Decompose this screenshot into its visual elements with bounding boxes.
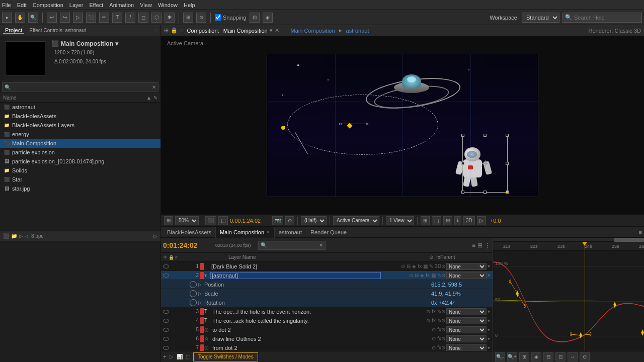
col-sort-icon[interactable]: ▲	[146, 95, 151, 101]
layer-2-adjust[interactable]: ✎	[437, 273, 441, 278]
vc-view-select[interactable]: 1 View	[386, 216, 414, 225]
layer-5-color[interactable]	[200, 326, 204, 333]
bezier-control-1[interactable]	[339, 123, 342, 125]
layer-4-shy[interactable]: ⊙	[426, 318, 430, 323]
layer-7-vis[interactable]	[162, 346, 170, 350]
lh-search-input[interactable]	[268, 242, 318, 248]
layer-2-collapse[interactable]: ⊟	[415, 273, 419, 278]
layer-4-parent-arrow[interactable]: ▾	[488, 318, 490, 323]
lh-search-clear[interactable]: ✕	[319, 242, 323, 248]
tl-footer-lin[interactable]: ⊡	[555, 352, 566, 361]
file-item-blackholesassets[interactable]: 📁 BlackHolesAssets	[0, 112, 160, 121]
menu-layer[interactable]: Layer	[69, 2, 84, 8]
comp-arrow-icon[interactable]: ▾	[115, 40, 118, 47]
tl-footer-zoom-in[interactable]: 🔍+	[507, 352, 517, 361]
layer-3-parent-arrow[interactable]: ▾	[488, 309, 490, 314]
lh-btn-1[interactable]: ≡	[472, 242, 475, 249]
layer-6-color[interactable]	[200, 335, 204, 342]
project-search-input[interactable]	[12, 84, 150, 90]
layer-row-5[interactable]: 5 ◎ to dot 2 ⊙ fx ⊙ None ▾	[161, 325, 493, 334]
layer-2-fx[interactable]: fx	[426, 273, 430, 278]
playhead[interactable]	[585, 242, 585, 250]
layer-3-vis[interactable]	[162, 310, 170, 314]
vc-pixel-btn[interactable]: ⬚	[218, 216, 228, 225]
layer-6-vis[interactable]	[162, 337, 170, 341]
layer-3-edit[interactable]: ✎	[437, 309, 441, 314]
layer-1-color[interactable]	[200, 263, 204, 270]
comp-tab-main[interactable]: Composition:	[185, 28, 221, 34]
file-item-particle-png[interactable]: 🖼 particle explosion_[01208-01474].png	[0, 157, 160, 166]
new-item-btn[interactable]: ▷	[19, 233, 23, 239]
lh-timecode[interactable]: 0:01:24:02	[163, 241, 213, 249]
sel-handle-rc[interactable]	[506, 162, 509, 165]
workspace-select[interactable]: Standard	[522, 13, 559, 23]
layer-2-name[interactable]: [astronaut]	[210, 272, 381, 279]
sel-handle-br[interactable]	[506, 191, 509, 194]
subprop-rot-expand[interactable]: ▷	[198, 300, 204, 305]
layer-3-shy[interactable]: ⊙	[426, 309, 430, 314]
comp-tab-main-name[interactable]: Main Composition	[223, 28, 268, 34]
layer-6-shy[interactable]: ⊙	[432, 336, 436, 341]
layer-row-6[interactable]: 6 ☆ draw line Outlines 2 ⊙ fx ⊙ None	[161, 334, 493, 343]
lh-btn-2[interactable]: ⊞	[477, 242, 482, 249]
menu-edit[interactable]: Edit	[17, 2, 27, 8]
layer-1-parent-select[interactable]: None	[446, 263, 487, 270]
sel-handle-lc[interactable]	[461, 162, 464, 165]
toggle-switches-modes[interactable]: Toggle Switches / Modes	[193, 352, 258, 361]
vc-render-btn[interactable]: ▷	[477, 216, 486, 225]
new-folder-btn[interactable]: 📁	[11, 233, 17, 239]
layer-4-vis[interactable]	[162, 319, 170, 323]
vc-quality-select[interactable]: (Half)	[301, 216, 327, 225]
undo-btn[interactable]: ↩	[47, 13, 57, 23]
tl-footer-snap[interactable]: ⊙	[580, 352, 590, 361]
menu-file[interactable]: File	[2, 2, 11, 8]
vc-zoom-select[interactable]: 50%	[175, 216, 199, 225]
comp-tab-close-icon[interactable]: ✕	[275, 27, 279, 34]
keyframe-1[interactable]	[281, 126, 285, 130]
layer-1-collapse[interactable]: ⊟	[407, 263, 411, 269]
layer-row-1[interactable]: 1 [Dark Blue Solid 2] ⊙ ⊟ ◈ fx ▦ ✎	[161, 262, 493, 271]
layer-1-fx[interactable]: fx	[418, 263, 422, 269]
lp-new-layer[interactable]: +	[163, 353, 167, 360]
layer-4-parent-select[interactable]: None	[446, 317, 487, 324]
layer-2-color[interactable]	[200, 272, 204, 279]
sel-handle-tr[interactable]	[506, 134, 509, 137]
layer-7-shy[interactable]: ⊙	[432, 345, 436, 350]
layer-1-adjust[interactable]: ✎	[429, 263, 433, 269]
layer-5-parent-select[interactable]: None	[446, 326, 487, 333]
type-tool[interactable]: T	[112, 13, 122, 23]
roto-tool[interactable]: ⬡	[151, 13, 162, 23]
redo-btn[interactable]: ↪	[60, 13, 70, 23]
vc-guide-btn[interactable]: ⬚	[432, 216, 441, 225]
vc-3d-btn[interactable]: 3D	[463, 216, 475, 225]
layer-2-expand[interactable]: ▾	[204, 273, 210, 278]
layer-4-edit[interactable]: ✎	[437, 318, 441, 323]
menu-composition[interactable]: Composition	[33, 2, 63, 8]
layer-1-shy[interactable]: ⊙	[401, 263, 405, 269]
vc-grid-btn[interactable]: ⊞	[421, 216, 430, 225]
file-item-main-comp[interactable]: ⬛ Main Composition	[0, 139, 160, 148]
lp-graph[interactable]: 📊	[177, 354, 183, 359]
layer-5-shy[interactable]: ⊙	[432, 327, 436, 332]
menu-effect[interactable]: Effect	[89, 2, 103, 8]
viewport-canvas[interactable]	[267, 54, 538, 197]
layer-6-parent-arrow[interactable]: ▾	[488, 336, 490, 341]
layer-row-3[interactable]: 3 T The ope...f the hole is the event ho…	[161, 307, 493, 316]
tl-footer-zoom-out[interactable]: 🔍-	[495, 352, 505, 361]
layer-6-fx[interactable]: fx	[437, 336, 441, 341]
hand-tool[interactable]: ✋	[15, 13, 25, 23]
tl-tab-astronaut[interactable]: astronaut	[275, 227, 306, 238]
footer-back-btn[interactable]: ◁	[25, 233, 29, 239]
tl-tab-blackholes[interactable]: BlackHolesAssets	[163, 227, 216, 238]
layer-1-3d[interactable]: 3D	[435, 263, 441, 269]
vc-region-btn[interactable]: ⬛	[205, 216, 216, 225]
tl-tab-options[interactable]: ≡	[639, 229, 642, 235]
tab-effect-controls[interactable]: Effect Controls: astronaut	[27, 28, 88, 33]
subprop-rot-value[interactable]: 0x +42.4°	[431, 300, 492, 306]
layer-2-blend[interactable]: ▦	[431, 273, 436, 278]
file-item-astronaut[interactable]: ⬛ astronaut	[0, 103, 160, 112]
layer-2-shy[interactable]: ⊙	[409, 273, 413, 278]
layer-2-parent-select[interactable]: None	[446, 272, 487, 279]
tl-tab-render[interactable]: Render Queue	[306, 227, 351, 238]
layer-2-quality[interactable]: ◈	[420, 273, 424, 278]
